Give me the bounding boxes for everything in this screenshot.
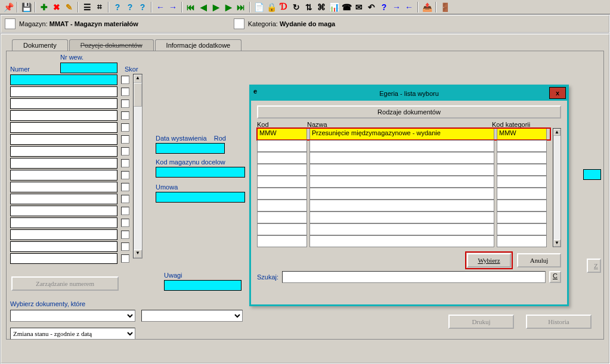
edit-row-icon[interactable]: ✎: [63, 1, 75, 13]
wybierz-button[interactable]: Wybierz: [467, 253, 511, 267]
grid-row[interactable]: [257, 152, 550, 164]
skor-chk-12[interactable]: [121, 219, 129, 227]
skor-chk-11[interactable]: [121, 207, 129, 215]
kod-mag-input[interactable]: [156, 167, 245, 178]
first-icon[interactable]: ⏮: [185, 1, 197, 13]
skor-chk-6[interactable]: [121, 147, 129, 155]
skor-chk-13[interactable]: [121, 231, 129, 239]
skor-chk-14[interactable]: [121, 242, 129, 251]
c-button[interactable]: C: [549, 271, 561, 283]
skor-chk-9[interactable]: [121, 183, 129, 191]
skor-chk-0[interactable]: [121, 76, 129, 84]
tree2-icon[interactable]: ⌘: [315, 1, 327, 13]
filter-combo-2[interactable]: [141, 310, 243, 322]
org-icon[interactable]: ⌗: [94, 1, 106, 13]
del-row-icon[interactable]: ✖: [51, 1, 63, 13]
numer-input-2[interactable]: [10, 98, 117, 109]
numer-input-14[interactable]: [10, 241, 117, 252]
data-wyst-input[interactable]: [156, 143, 225, 154]
dialog-scroll[interactable]: ▲ ▼: [553, 128, 561, 247]
export-icon[interactable]: 📤: [421, 1, 433, 13]
skor-chk-10[interactable]: [121, 195, 129, 203]
grid-row[interactable]: [257, 200, 550, 211]
help-rec-icon[interactable]: ?: [137, 1, 148, 13]
grid-row-selected[interactable]: MMW Przesunięcie międzymagazynowe - wyda…: [257, 128, 550, 140]
historia-button[interactable]: Historia: [526, 315, 592, 329]
grid-row[interactable]: [257, 164, 550, 176]
refresh-icon[interactable]: ↻: [290, 1, 302, 13]
prev-icon[interactable]: ◀: [197, 1, 209, 13]
sort-icon[interactable]: ⇅: [303, 1, 315, 13]
zmiana-stanu-combo[interactable]: Zmiana stanu - zgodnie z datą: [10, 328, 135, 340]
z-button[interactable]: Z: [587, 259, 601, 273]
numer-input-0[interactable]: [10, 74, 117, 85]
mail-icon[interactable]: ✉: [353, 1, 365, 13]
grid-row[interactable]: [257, 176, 550, 188]
question-icon[interactable]: ?: [378, 1, 390, 13]
numer-input-10[interactable]: [10, 194, 117, 204]
chart-icon[interactable]: 📊: [328, 1, 340, 13]
tree-icon[interactable]: ☰: [81, 1, 93, 13]
zarzadzanie-numerem-button[interactable]: Zarządzanie numerem: [11, 276, 119, 291]
numer-input-5[interactable]: [10, 134, 117, 145]
grid-row[interactable]: [257, 235, 550, 247]
umowa-input[interactable]: [156, 192, 245, 203]
col-kod[interactable]: Kod: [257, 121, 307, 128]
skor-chk-1[interactable]: [121, 88, 129, 96]
arrow-l-icon[interactable]: ←: [403, 1, 415, 13]
dup-rec-icon[interactable]: ?: [124, 1, 136, 13]
skor-chk-8[interactable]: [121, 171, 129, 179]
doc-icon[interactable]: 📄: [253, 1, 265, 13]
pin-icon[interactable]: 📌: [2, 1, 14, 13]
numer-input-15[interactable]: [10, 253, 117, 264]
save-icon[interactable]: 💾: [20, 1, 32, 13]
play-icon[interactable]: ▶: [210, 1, 222, 13]
back-icon[interactable]: ←: [154, 1, 166, 13]
add-row-icon[interactable]: ✚: [38, 1, 50, 13]
numer-input-7[interactable]: [10, 158, 117, 169]
numer-input-9[interactable]: [10, 182, 117, 192]
tab-info[interactable]: Informacje dodatkowe: [155, 39, 242, 51]
kategoria-picker[interactable]: [234, 18, 244, 29]
numer-input-11[interactable]: [10, 206, 117, 216]
nr-wew-input[interactable]: [60, 63, 117, 73]
grid-row[interactable]: [257, 188, 550, 200]
filter-combo-1[interactable]: [10, 310, 135, 322]
anuluj-button[interactable]: Anuluj: [517, 253, 561, 267]
magazyn-picker[interactable]: [5, 18, 16, 29]
skor-chk-4[interactable]: [121, 123, 129, 132]
numer-scroll[interactable]: ▲ ▼: [133, 74, 143, 259]
grid-row[interactable]: [257, 140, 550, 152]
numer-input-8[interactable]: [10, 170, 117, 181]
numer-input-12[interactable]: [10, 217, 117, 228]
numer-input-4[interactable]: [10, 122, 117, 133]
skor-chk-5[interactable]: [121, 135, 129, 144]
next-icon[interactable]: ▶: [222, 1, 234, 13]
right-cyan-peek[interactable]: [583, 169, 601, 180]
numer-input-13[interactable]: [10, 229, 117, 240]
dialog-header-button[interactable]: Rodzaje dokumentów: [257, 105, 561, 119]
grid-row[interactable]: [257, 223, 550, 235]
drukuj-button[interactable]: Drukuj: [448, 315, 514, 329]
numer-input-3[interactable]: [10, 110, 117, 121]
dialog-titlebar[interactable]: e Egeria - lista wyboru x: [251, 86, 567, 101]
undo-q-icon[interactable]: ↶: [366, 1, 377, 13]
last-icon[interactable]: ⏭: [235, 1, 247, 13]
skor-chk-3[interactable]: [121, 111, 129, 120]
numer-input-6[interactable]: [10, 146, 117, 157]
skor-chk-15[interactable]: [121, 254, 129, 263]
fwd-icon[interactable]: →: [167, 1, 179, 13]
grid-row[interactable]: [257, 211, 550, 223]
tab-pozycje[interactable]: Pozycje dokumentów: [69, 39, 154, 51]
skor-chk-2[interactable]: [121, 99, 129, 108]
szukaj-input[interactable]: [282, 271, 546, 283]
close-icon[interactable]: x: [549, 87, 566, 99]
uwagi-input[interactable]: [164, 280, 241, 291]
tab-dokumenty[interactable]: Dokumenty: [12, 39, 68, 51]
arrow-r-icon[interactable]: →: [391, 1, 402, 13]
copy-rec-icon[interactable]: ?: [112, 1, 123, 13]
letter-d-icon[interactable]: Ɗ: [278, 1, 290, 13]
phone-icon[interactable]: ☎: [340, 1, 352, 13]
numer-input-1[interactable]: [10, 86, 117, 97]
lock-icon[interactable]: 🔒: [265, 1, 277, 13]
